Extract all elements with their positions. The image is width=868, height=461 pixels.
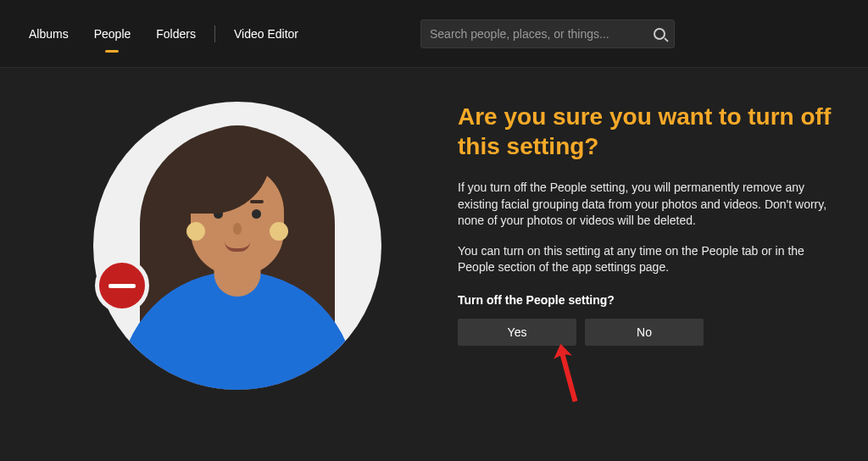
dialog-prompt: Turn off the People setting? (458, 293, 834, 307)
annotation-arrow-icon (551, 339, 602, 407)
dialog-paragraph-1: If you turn off the People setting, you … (458, 180, 834, 230)
remove-badge-icon (95, 258, 149, 313)
tab-folders[interactable]: Folders (144, 20, 208, 47)
illustration (34, 93, 441, 436)
top-bar: Albums People Folders Video Editor (0, 0, 868, 68)
no-button[interactable]: No (585, 319, 704, 346)
search-input[interactable] (430, 27, 647, 41)
nav-separator (214, 25, 215, 42)
content-area: Are you sure you want to turn off this s… (0, 68, 868, 461)
nav-tabs: Albums People Folders Video Editor (17, 20, 310, 47)
dialog-text: Are you sure you want to turn off this s… (441, 93, 834, 436)
tab-video-editor[interactable]: Video Editor (222, 20, 310, 47)
tab-people[interactable]: People (82, 20, 143, 47)
dialog-heading: Are you sure you want to turn off this s… (458, 102, 834, 161)
search-icon[interactable] (654, 28, 665, 40)
dialog-paragraph-2: You can turn on this setting at any time… (458, 243, 834, 276)
dialog-buttons: Yes No (458, 319, 834, 346)
search-box[interactable] (420, 19, 675, 48)
tab-albums[interactable]: Albums (17, 20, 81, 47)
avatar-circle (93, 102, 381, 390)
